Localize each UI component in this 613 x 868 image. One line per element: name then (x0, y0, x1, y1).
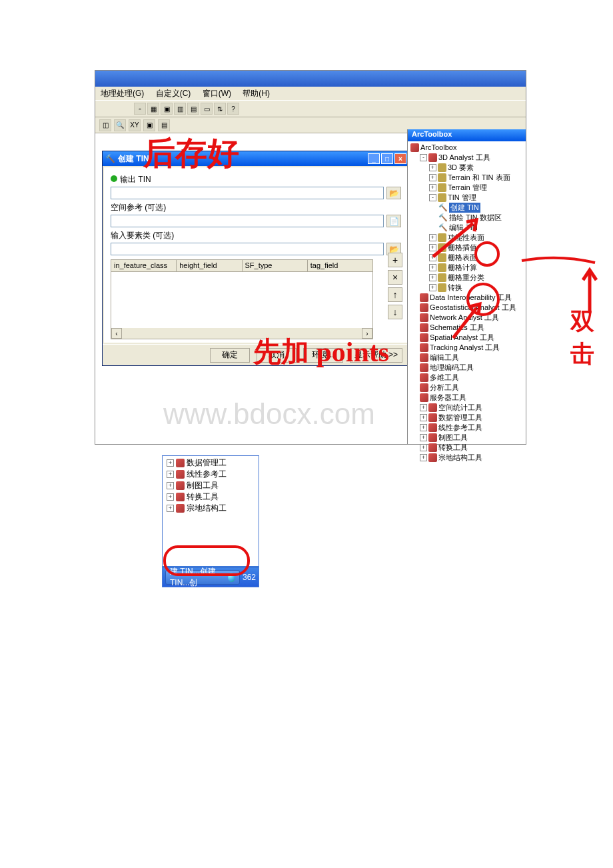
grid-body[interactable] (111, 272, 372, 328)
tree-item[interactable]: 转换 (448, 283, 462, 293)
expander-icon[interactable]: + (167, 471, 174, 478)
tree-item[interactable]: 编辑 TIN (449, 223, 478, 233)
expander-icon[interactable]: + (429, 174, 436, 181)
environments-button[interactable]: 环境... (303, 348, 343, 363)
expander-icon[interactable]: + (167, 459, 174, 467)
add-row-button[interactable]: + (388, 253, 402, 267)
input-feature-input[interactable] (111, 243, 384, 255)
tb2-btn-3[interactable]: XY (129, 119, 141, 131)
tree-item[interactable]: Spatial Analyst 工具 (430, 333, 494, 343)
tree-item[interactable]: 3D Analyst 工具 (438, 153, 490, 163)
tree-item[interactable]: 地理编码工具 (430, 363, 474, 373)
toolbar-btn-help[interactable]: ? (227, 103, 239, 115)
tree-item[interactable]: 制图工具 (438, 433, 468, 443)
taskbar-button[interactable]: 建 TIN...创建 TIN...创 (165, 570, 240, 585)
tree-item[interactable]: 功能性表面 (448, 233, 484, 243)
expander-icon[interactable]: + (167, 482, 174, 489)
expander-icon[interactable]: - (429, 194, 436, 201)
tree-item[interactable]: 线性参考工具 (438, 423, 482, 433)
s2-item[interactable]: 制图工具 (187, 480, 219, 491)
expander-icon[interactable]: + (420, 454, 427, 461)
tree-item[interactable]: Schematics 工具 (430, 323, 484, 333)
toolbar-btn-5[interactable]: ▤ (187, 103, 199, 115)
tree-item[interactable]: 编辑工具 (430, 353, 459, 363)
menu-windows[interactable]: 窗口(W) (203, 89, 231, 98)
spatial-ref-input[interactable] (111, 215, 384, 227)
col-height[interactable]: height_field (177, 260, 242, 271)
move-down-button[interactable]: ↓ (388, 305, 402, 319)
expander-icon[interactable]: + (167, 493, 174, 501)
show-help-button[interactable]: 显示帮助 >> (350, 348, 402, 363)
tree-item[interactable]: Data Interoperability 工具 (430, 293, 512, 303)
tree-item[interactable]: TIN 管理 (448, 193, 476, 203)
tree-item[interactable]: 栅格表面 (448, 253, 477, 263)
expander-icon[interactable]: + (420, 434, 427, 441)
expander-icon[interactable]: + (420, 444, 427, 451)
expander-icon[interactable]: + (429, 244, 436, 251)
col-sf-type[interactable]: SF_type (243, 260, 308, 271)
out-tin-input[interactable] (111, 187, 384, 199)
out-tin-browse-button[interactable]: 📂 (386, 187, 401, 199)
maximize-button[interactable]: □ (381, 153, 393, 164)
expander-icon[interactable]: + (429, 254, 436, 261)
tree-item[interactable]: 数据管理工具 (438, 413, 482, 423)
toolbar-btn-4[interactable]: ▥ (174, 103, 186, 115)
tb2-btn-5[interactable]: ▤ (158, 119, 170, 131)
toolbar-btn-1[interactable]: ▫ (134, 103, 146, 115)
toolbar-btn-3[interactable]: ▣ (161, 103, 173, 115)
s2-item[interactable]: 线性参考工 (187, 469, 227, 480)
expander-icon[interactable]: + (429, 234, 436, 241)
menu-customize[interactable]: 自定义(C) (156, 89, 191, 98)
minimize-button[interactable]: _ (368, 153, 380, 164)
col-in-feature[interactable]: in_feature_class (111, 260, 177, 271)
tree-item[interactable]: 空间统计工具 (438, 403, 482, 413)
tree-item[interactable]: 描绘 TIN 数据区 (449, 213, 502, 223)
ok-button[interactable]: 确定 (210, 348, 250, 363)
arctoolbox-tree[interactable]: ArcToolbox -3D Analyst 工具 +3D 要素 +Terrai… (408, 141, 526, 464)
expander-icon[interactable]: + (167, 505, 174, 512)
grid-horizontal-scrollbar[interactable]: ‹ › (111, 328, 372, 339)
tree-item[interactable]: 服务器工具 (430, 393, 466, 403)
tree-item-selected[interactable]: 创建 TIN (449, 203, 480, 213)
s2-item[interactable]: 数据管理工 (187, 457, 227, 469)
expander-icon[interactable]: + (420, 404, 427, 411)
tree-item[interactable]: Geostatistical Analyst 工具 (430, 303, 516, 313)
scroll-right-button[interactable]: › (362, 328, 372, 339)
scroll-left-button[interactable]: ‹ (111, 328, 122, 339)
menu-help[interactable]: 帮助(H) (243, 89, 270, 98)
tree-item[interactable]: 转换工具 (438, 443, 468, 453)
col-tag[interactable]: tag_field (308, 260, 372, 271)
expander-icon[interactable]: + (429, 264, 436, 271)
expander-icon[interactable]: + (429, 184, 436, 191)
tree-item[interactable]: 栅格插值 (448, 243, 477, 253)
tree-item[interactable]: Network Analyst 工具 (430, 313, 499, 323)
tree-item[interactable]: Terrain 管理 (448, 183, 487, 193)
tree-item[interactable]: Terrain 和 TIN 表面 (448, 173, 510, 183)
tb2-find-icon[interactable]: 🔍 (114, 119, 126, 131)
tree-root[interactable]: ArcToolbox (420, 143, 456, 153)
tree-item[interactable]: 栅格重分类 (448, 273, 484, 283)
expander-icon[interactable]: - (420, 154, 427, 161)
expander-icon[interactable]: + (429, 274, 436, 281)
s2-item[interactable]: 转换工具 (187, 491, 219, 503)
s2-item[interactable]: 宗地结构工 (187, 503, 227, 514)
expander-icon[interactable]: + (429, 164, 436, 171)
toolbar-btn-2[interactable]: ▦ (147, 103, 159, 115)
expander-icon[interactable]: + (420, 424, 427, 431)
tree-item[interactable]: Tracking Analyst 工具 (430, 343, 500, 353)
tree-item[interactable]: 宗地结构工具 (438, 453, 482, 463)
expander-icon[interactable]: + (429, 284, 436, 291)
tb2-btn-1[interactable]: ◫ (99, 119, 111, 131)
remove-row-button[interactable]: × (388, 270, 402, 285)
toolbar-btn-6[interactable]: ▭ (201, 103, 213, 115)
move-up-button[interactable]: ↑ (388, 287, 402, 302)
spatial-ref-browse-button[interactable]: 📄 (386, 215, 401, 227)
cancel-button[interactable]: 取消 (257, 348, 297, 363)
menu-geoprocessing[interactable]: 地理处理(G) (101, 89, 144, 98)
tree-item[interactable]: 3D 要素 (448, 163, 474, 173)
tree-item[interactable]: 分析工具 (430, 383, 459, 393)
close-button[interactable]: × (394, 153, 406, 164)
toolbar-btn-7[interactable]: ⇅ (214, 103, 226, 115)
expander-icon[interactable]: + (420, 414, 427, 421)
tree-item[interactable]: 栅格计算 (448, 263, 477, 273)
